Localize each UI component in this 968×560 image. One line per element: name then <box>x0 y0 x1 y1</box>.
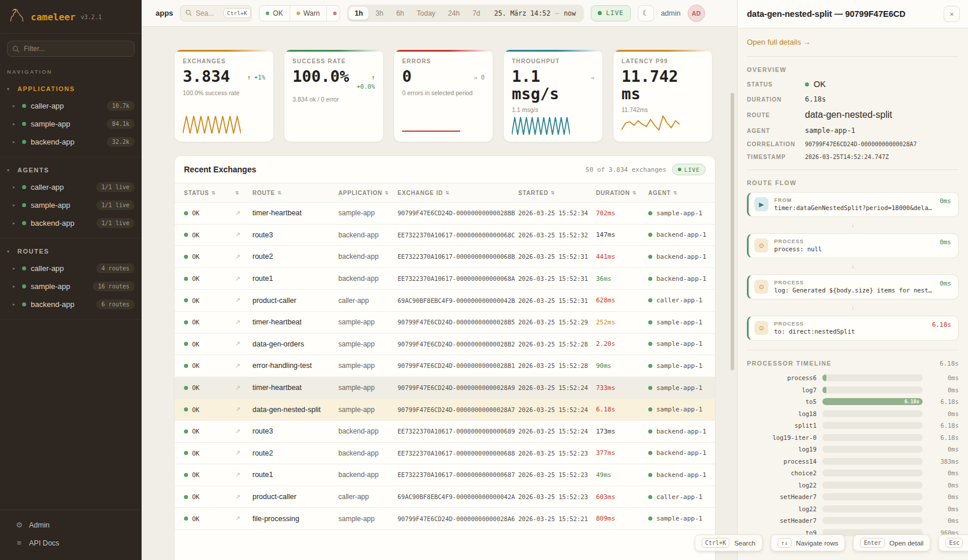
table-row[interactable]: OK↗product-callercaller-app69AC90BF8EBC4… <box>175 486 715 508</box>
column-header-route[interactable]: ROUTE⇅ <box>252 190 338 196</box>
sidebar-section: ▾APPLICATIONS▸caller-app10.7k▸sample-app… <box>0 76 142 157</box>
sort-icon: ⇅ <box>385 190 389 196</box>
open-full-details-link[interactable]: Open full details → <box>747 38 811 46</box>
column-header-arrow[interactable]: ⇅ <box>235 190 252 196</box>
sidebar-item-sample-app[interactable]: ▸sample-app1/1 live <box>0 196 142 214</box>
range-3h[interactable]: 3h <box>370 7 389 20</box>
sidebar-item-badge: 4 routes <box>96 263 135 273</box>
sidebar-item-backend-app[interactable]: ▸backend-app1/1 live <box>0 214 142 232</box>
application-cell: sample-app <box>338 515 398 523</box>
table-row[interactable]: OK↗route3backend-appEE7322370A10617-0000… <box>175 421 715 443</box>
range-24h[interactable]: 24h <box>442 7 465 20</box>
processor-name: log19-iter-0 <box>747 434 817 441</box>
flow-step-3[interactable]: ⊙PROCESSlog: Generated ${body.size} item… <box>747 274 959 299</box>
agent-cell: sample-app-1 <box>648 340 716 348</box>
status-filter-e[interactable]: E <box>327 6 340 21</box>
agent-cell: sample-app-1 <box>648 515 716 522</box>
section-header-routes[interactable]: ▾ROUTES <box>0 243 142 259</box>
exchange-id-cell: 90799F47E6CD24D-00000000000028B2 <box>398 341 518 348</box>
main-scrollbar-thumb[interactable] <box>731 93 734 370</box>
route-cell: route1 <box>252 471 338 479</box>
flow-step-2[interactable]: ⊙PROCESSprocess: null0ms <box>747 233 959 258</box>
table-row[interactable]: OK↗timer-heartbeatsample-app90799F47E6CD… <box>175 312 715 334</box>
tab-apps[interactable]: apps <box>156 9 173 17</box>
duration-cell: 377ms <box>596 449 648 457</box>
table-row[interactable]: OK↗route2backend-appEE7322370A10617-0000… <box>175 443 715 465</box>
status-dot-icon <box>22 284 26 288</box>
column-header-duration[interactable]: DURATION⇅ <box>596 190 648 196</box>
table-row[interactable]: OK↗route3backend-appEE7322370A10617-0000… <box>175 225 715 247</box>
column-header-status[interactable]: STATUS⇅ <box>184 190 235 196</box>
flow-step-1[interactable]: ▶FROMtimer:dataGenNestedSplit?period=180… <box>747 192 959 217</box>
column-header-agent[interactable]: AGENT⇅ <box>648 190 716 196</box>
status-text: OK <box>192 253 200 260</box>
date-range-display: 25. März 14:52—now <box>494 9 576 17</box>
status-filter-group: OKWarnE <box>259 5 340 21</box>
status-text: OK <box>192 384 200 391</box>
section-label: APPLICATIONS <box>17 85 75 92</box>
column-header-label: EXCHANGE ID <box>398 190 443 196</box>
table-row[interactable]: OK↗timer-heartbeatsample-app90799F47E6CD… <box>175 203 715 225</box>
footer-item-admin[interactable]: ⚙Admin <box>0 516 142 534</box>
sidebar-item-sample-app[interactable]: ▸sample-app16 routes <box>0 277 142 295</box>
section-header-agents[interactable]: ▾AGENTS <box>0 162 142 178</box>
table-row[interactable]: OK↗route2backend-appEE7322370A10617-0000… <box>175 246 715 268</box>
global-search[interactable]: Ctrl+K <box>180 5 252 21</box>
sidebar-item-caller-app[interactable]: ▸caller-app4 routes <box>0 259 142 277</box>
section-header-applications[interactable]: ▾APPLICATIONS <box>0 81 142 97</box>
sidebar-item-backend-app[interactable]: ▸backend-app6 routes <box>0 295 142 313</box>
flow-arrow-down-icon: ↓ <box>747 263 959 269</box>
live-toggle[interactable]: LIVE <box>591 5 631 21</box>
table-row[interactable]: OK↗data-gen-orderssample-app90799F47E6CD… <box>175 334 715 356</box>
status-filter-label: Warn <box>304 9 320 17</box>
range-7d[interactable]: 7d <box>467 7 486 20</box>
sidebar-item-sample-app[interactable]: ▸sample-app84.1k <box>0 115 142 133</box>
range-6h[interactable]: 6h <box>391 7 410 20</box>
timeline-row: setHeader70ms <box>747 491 959 503</box>
chevron-right-icon: ▸ <box>13 302 17 307</box>
status-filter-warn[interactable]: Warn <box>290 6 327 21</box>
status-dot-icon <box>22 221 26 225</box>
table-row[interactable]: OK↗product-callercaller-app69AC90BF8EBC4… <box>175 290 715 312</box>
flow-step-4[interactable]: ⊙PROCESSto: direct:nestedSplit6.18s <box>747 316 959 341</box>
table-row[interactable]: OK↗route1backend-appEE7322370A10617-0000… <box>175 268 715 290</box>
status-text: OK <box>192 275 200 282</box>
chevron-right-icon: ▸ <box>13 185 17 190</box>
status-dot-icon <box>22 203 26 207</box>
dark-mode-toggle[interactable]: ☾ <box>638 5 654 21</box>
sidebar-item-caller-app[interactable]: ▸caller-app10.7k <box>0 97 142 115</box>
table-row[interactable]: OK↗file-processingsample-app90799F47E6CD… <box>175 508 715 530</box>
status-cell: OK <box>184 384 235 391</box>
avatar[interactable]: AD <box>688 5 705 22</box>
sidebar-item-caller-app[interactable]: ▸caller-app1/1 live <box>0 178 142 196</box>
chevron-right-icon: ▸ <box>13 221 17 226</box>
filter-input[interactable] <box>7 41 135 57</box>
ok-dot-icon <box>184 516 188 521</box>
overview-value: data-gen-nested-split <box>805 110 959 120</box>
table-row[interactable]: OK↗error-handling-testsample-app90799F47… <box>175 355 715 377</box>
sidebar-item-backend-app[interactable]: ▸backend-app32.2k <box>0 133 142 151</box>
ok-dot-icon <box>184 233 188 237</box>
table-row[interactable]: OK↗route1backend-appEE7322370A10617-0000… <box>175 464 715 486</box>
table-row[interactable]: OK↗timer-heartbeatsample-app90799F47E6CD… <box>175 377 715 399</box>
metric-card-errors: ERRORS0→ 00 errors in selected period <box>393 49 493 142</box>
column-header-application[interactable]: APPLICATION⇅ <box>338 190 398 196</box>
timeline-fill <box>822 374 826 381</box>
close-icon[interactable]: × <box>944 6 960 22</box>
flow-step-text: log: Generated ${body.size} items for ne… <box>774 287 934 294</box>
range-1h[interactable]: 1h <box>349 7 369 20</box>
route-cell: route1 <box>252 274 338 283</box>
started-cell: 2026-03-25 15:52:23 <box>518 450 596 457</box>
search-input[interactable] <box>196 9 220 17</box>
started-cell: 2026-03-25 15:52:31 <box>518 253 596 260</box>
column-header-exchange-id[interactable]: EXCHANGE ID⇅ <box>398 190 518 196</box>
table-row[interactable]: OK↗data-gen-nested-splitsample-app90799F… <box>175 399 715 421</box>
status-filter-ok[interactable]: OK <box>259 6 290 21</box>
metric-value-row: 0→ 0 <box>402 68 485 85</box>
column-header-started[interactable]: STARTED⇅ <box>518 190 596 196</box>
route-flow-section-label: ROUTE FLOW <box>747 179 959 186</box>
overview-row-route: ROUTEdata-gen-nested-split <box>747 110 959 120</box>
range-today[interactable]: Today <box>411 7 441 20</box>
metric-card-success-rate: SUCCESS RATE100.0%↑+0.0%3.834 ok / 0 err… <box>284 49 384 142</box>
footer-item-api-docs[interactable]: ≡API Docs <box>0 534 142 552</box>
